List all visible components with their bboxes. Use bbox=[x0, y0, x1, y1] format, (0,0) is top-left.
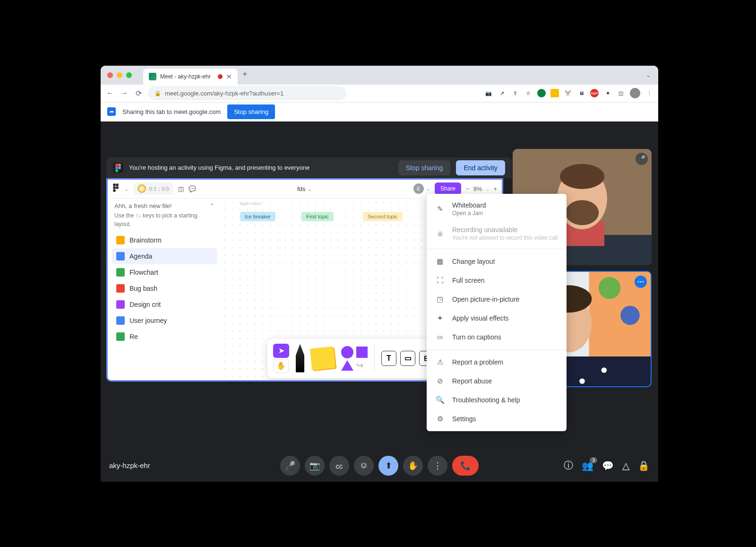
template-item[interactable]: User journey bbox=[112, 313, 217, 329]
captions-button[interactable]: ㏄ bbox=[329, 456, 349, 476]
svg-point-14 bbox=[566, 200, 599, 225]
tabs-overflow-icon[interactable]: ⌄ bbox=[646, 72, 651, 78]
window-close[interactable] bbox=[107, 72, 113, 78]
end-activity-button[interactable]: End activity bbox=[456, 160, 505, 175]
menu-visual-effects[interactable]: ✦Apply visual effects bbox=[427, 309, 567, 328]
sidepanel-icon[interactable]: ◫ bbox=[617, 89, 625, 97]
recording-indicator-icon bbox=[218, 74, 223, 79]
menu-pip[interactable]: ◳Open picture-in-picture bbox=[427, 290, 567, 309]
cast-icon[interactable]: 🖥 bbox=[577, 89, 585, 97]
abp-extension-icon[interactable]: ABP bbox=[590, 89, 599, 97]
stop-sharing-activity-button[interactable]: Stop sharing bbox=[398, 160, 451, 175]
template-item[interactable]: Flowchart bbox=[112, 264, 217, 280]
meeting-details-button[interactable]: ⓘ bbox=[564, 459, 573, 472]
host-controls-button[interactable]: 🔒 bbox=[638, 460, 650, 471]
collapse-templates-icon[interactable]: ⌃ bbox=[209, 202, 215, 209]
layout-toggle-icon[interactable]: ◫ bbox=[178, 185, 184, 192]
mic-toggle-button[interactable]: 🎤 bbox=[280, 456, 300, 476]
template-item[interactable]: Brainstorm bbox=[112, 232, 217, 248]
menu-whiteboard[interactable]: ✎ Whiteboard Open a Jam bbox=[427, 197, 567, 221]
note-ice-breaker[interactable]: Ice breaker bbox=[240, 212, 275, 221]
extension-green-icon[interactable] bbox=[537, 89, 546, 97]
tab-sharing-banner: ➦ Sharing this tab to meet.google.com St… bbox=[101, 103, 658, 122]
figjam-share-button[interactable]: Share bbox=[435, 182, 461, 195]
menu-divider bbox=[427, 349, 567, 350]
stop-sharing-tab-button[interactable]: Stop sharing bbox=[227, 104, 275, 119]
figma-menu-icon[interactable] bbox=[112, 183, 119, 194]
extension-yellow-icon[interactable] bbox=[550, 89, 559, 97]
reload-button[interactable]: ⟳ bbox=[134, 88, 143, 98]
zoom-out-button[interactable]: − bbox=[466, 185, 470, 192]
menu-change-layout[interactable]: ▦Change layout bbox=[427, 252, 567, 271]
open-external-icon[interactable]: ↗ bbox=[498, 89, 506, 97]
back-button[interactable]: ← bbox=[105, 88, 115, 98]
sticky-note-tool[interactable] bbox=[311, 347, 335, 369]
camera-icon[interactable]: 📷 bbox=[484, 89, 493, 97]
chrome-menu-icon[interactable]: ⋮ bbox=[645, 89, 653, 97]
shapes-tool[interactable]: ↪ bbox=[341, 346, 368, 371]
hand-tool[interactable]: ✋ bbox=[273, 359, 289, 373]
template-label: Design crit bbox=[129, 301, 161, 308]
note-first-topic[interactable]: First topic bbox=[301, 212, 334, 221]
record-icon: ◉ bbox=[435, 229, 445, 238]
menu-captions[interactable]: ㏄Turn on captions bbox=[427, 328, 567, 347]
timer-widget[interactable]: 03:00 bbox=[134, 182, 173, 195]
template-item[interactable]: Bug bash bbox=[112, 280, 217, 296]
more-options-button[interactable]: ⋮ bbox=[428, 456, 447, 476]
tab-bar: Meet - aky-hzpk-ehr ✕ + ⌄ bbox=[101, 66, 658, 85]
zoom-value[interactable]: 9% bbox=[473, 185, 482, 192]
url-text: meet.google.com/aky-hzpk-ehr?authuser=1 bbox=[165, 90, 284, 97]
svg-point-7 bbox=[113, 186, 116, 189]
collaborators-chevron-icon[interactable]: ⌄ bbox=[426, 186, 430, 192]
document-title[interactable]: fds ⌄ bbox=[297, 185, 312, 192]
people-button[interactable]: 👥3 bbox=[582, 460, 593, 471]
forward-button[interactable]: → bbox=[120, 88, 129, 98]
menu-settings[interactable]: ⚙Settings bbox=[427, 409, 567, 428]
section-tool[interactable]: ▭ bbox=[400, 351, 415, 366]
template-icon bbox=[116, 268, 125, 277]
bookmark-star-icon[interactable]: ☆ bbox=[524, 89, 533, 97]
address-bar[interactable]: 🔒 meet.google.com/aky-hzpk-ehr?authuser=… bbox=[148, 86, 346, 100]
tab-close-icon[interactable]: ✕ bbox=[226, 73, 232, 80]
window-minimize[interactable] bbox=[117, 72, 122, 78]
template-item[interactable]: Agenda bbox=[112, 248, 217, 264]
template-label: Re bbox=[129, 333, 138, 340]
chat-button[interactable]: 💬 bbox=[602, 460, 614, 471]
menu-report-problem[interactable]: ⚠Report a problem bbox=[427, 353, 567, 372]
profile-avatar[interactable] bbox=[630, 88, 640, 98]
window-maximize[interactable] bbox=[126, 72, 132, 78]
comments-icon[interactable]: 💬 bbox=[189, 185, 196, 192]
new-tab-button[interactable]: + bbox=[242, 69, 248, 80]
activities-button[interactable]: △ bbox=[622, 460, 629, 471]
marker-tool[interactable] bbox=[296, 344, 304, 373]
reactions-button[interactable]: ☺ bbox=[354, 456, 374, 476]
zoom-chevron-icon[interactable]: ⌄ bbox=[486, 186, 490, 191]
layout-icon: ▦ bbox=[435, 257, 445, 266]
sharing-text: Sharing this tab to meet.google.com bbox=[122, 108, 221, 115]
template-item[interactable]: Design crit bbox=[112, 296, 217, 313]
collaborator-avatar[interactable]: E bbox=[413, 183, 424, 194]
menu-full-screen[interactable]: ⛶Full screen bbox=[427, 271, 567, 290]
window-controls[interactable] bbox=[107, 72, 132, 78]
abuse-icon: ⊘ bbox=[435, 376, 445, 386]
fresh-file-heading: Ahh, a fresh new file! ⌃ bbox=[112, 202, 217, 211]
camera-toggle-button[interactable]: 📷 bbox=[305, 456, 325, 476]
note-second-topic[interactable]: Second topic bbox=[363, 212, 403, 221]
figma-menu-chevron-icon[interactable]: ⌄ bbox=[124, 185, 129, 192]
browser-tab[interactable]: Meet - aky-hzpk-ehr ✕ bbox=[143, 69, 238, 85]
text-tool[interactable]: T bbox=[381, 351, 396, 366]
tile-more-icon[interactable]: ⋯ bbox=[635, 276, 647, 288]
zoom-in-button[interactable]: + bbox=[493, 185, 497, 192]
raise-hand-button[interactable]: ✋ bbox=[403, 456, 423, 476]
present-button[interactable]: ⬆ bbox=[378, 456, 398, 476]
template-item[interactable]: Re bbox=[112, 329, 217, 345]
svg-point-0 bbox=[115, 164, 118, 166]
menu-report-abuse[interactable]: ⊘Report abuse bbox=[427, 372, 567, 391]
share-icon[interactable]: ⇪ bbox=[511, 89, 519, 97]
extension-scissors-icon[interactable]: ✂️ bbox=[564, 89, 572, 97]
leave-call-button[interactable]: 📞 bbox=[452, 456, 479, 476]
select-tool[interactable]: ➤ bbox=[273, 344, 289, 358]
extensions-puzzle-icon[interactable]: ✦ bbox=[603, 89, 612, 97]
sharing-icon: ➦ bbox=[107, 107, 116, 116]
menu-troubleshoot[interactable]: 🔍Troubleshooting & help bbox=[427, 391, 567, 409]
